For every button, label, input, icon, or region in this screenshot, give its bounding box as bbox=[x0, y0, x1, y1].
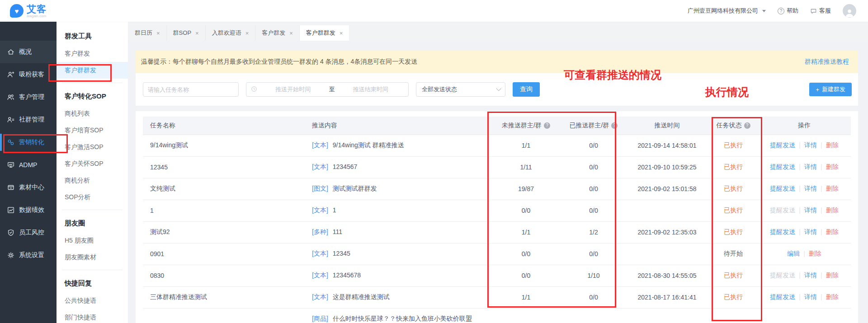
detail-link[interactable]: 详情 bbox=[804, 293, 817, 300]
tab-4[interactable]: 客户群发× bbox=[255, 25, 300, 41]
help-icon[interactable]: ? bbox=[744, 122, 750, 129]
submenu-item[interactable]: 客户培育SOP bbox=[57, 122, 128, 139]
help-icon[interactable]: ? bbox=[544, 122, 550, 129]
sidebar-item-admp[interactable]: ADMP bbox=[0, 154, 57, 176]
remind-send-link[interactable]: 提醒发送 bbox=[770, 163, 795, 170]
search-button[interactable]: 查询 bbox=[513, 82, 540, 97]
delete-link[interactable]: 删除 bbox=[826, 185, 839, 192]
tab-1[interactable]: 群日历× bbox=[128, 25, 167, 41]
action-separator: | bbox=[821, 185, 822, 192]
sidebar-item-material[interactable]: 素材中心 bbox=[0, 176, 57, 199]
close-icon[interactable]: × bbox=[289, 30, 293, 37]
column-header: 操作 bbox=[758, 117, 851, 135]
status-badge: 已执行 bbox=[724, 141, 743, 149]
detail-link[interactable]: 详情 bbox=[804, 228, 817, 235]
submenu-item[interactable]: 商机列表 bbox=[57, 105, 128, 122]
task-name-cell: 0830 bbox=[143, 265, 312, 286]
detail-link[interactable]: 详情 bbox=[804, 163, 817, 170]
send-status-select[interactable]: 全部发送状态 bbox=[416, 82, 505, 97]
company-dropdown[interactable]: 广州壹豆网络科技有限公司 bbox=[688, 7, 766, 15]
content-type-tag: [图文] bbox=[312, 185, 328, 192]
push-content-cell: [文本]1 bbox=[312, 200, 490, 221]
unpushed-count-cell: 1/1 bbox=[490, 135, 562, 156]
edit-link[interactable]: 编辑 bbox=[787, 250, 800, 257]
plus-icon: + bbox=[816, 86, 819, 93]
help-icon[interactable]: ? bbox=[611, 122, 618, 129]
tab-3[interactable]: 入群欢迎语× bbox=[206, 25, 256, 41]
logo-text: 艾客 bbox=[27, 4, 47, 14]
sidebar-item-data[interactable]: 数据绩效 bbox=[0, 199, 57, 221]
data-icon bbox=[7, 206, 15, 214]
sidebar-item-community[interactable]: 社群管理 bbox=[0, 108, 57, 131]
sidebar-item-label: 系统设置 bbox=[19, 251, 44, 259]
submenu-item[interactable]: 客户激活SOP bbox=[57, 139, 128, 155]
settings-icon bbox=[7, 251, 15, 259]
user-avatar[interactable] bbox=[843, 4, 856, 18]
sidebar-item-settings[interactable]: 系统设置 bbox=[0, 244, 57, 267]
task-name-input[interactable] bbox=[143, 82, 239, 97]
tab-2[interactable]: 群SOP× bbox=[167, 25, 206, 41]
tab-5[interactable]: 客户群群发× bbox=[300, 25, 349, 41]
table-row: 9/14wing测试[文本]9/14wing测试 群精准推送1/10/02021… bbox=[143, 135, 851, 156]
acquire-icon bbox=[7, 70, 15, 79]
remind-send-link[interactable]: 提醒发送 bbox=[770, 141, 795, 149]
remind-send-link[interactable]: 提醒发送 bbox=[770, 293, 795, 300]
chat-bubble-icon bbox=[810, 8, 817, 14]
submenu-item[interactable]: SOP分析 bbox=[57, 189, 128, 206]
submenu-item[interactable]: 朋友圈素材 bbox=[57, 249, 128, 266]
sidebar-item-marketing[interactable]: 营销转化 bbox=[0, 131, 57, 154]
content-text: 9/14wing测试 群精准推送 bbox=[333, 141, 404, 149]
push-time-cell bbox=[625, 200, 709, 221]
admp-icon bbox=[7, 161, 15, 169]
sidebar-item-acquire[interactable]: 吸粉获客 bbox=[0, 63, 57, 86]
delete-link[interactable]: 删除 bbox=[826, 141, 839, 149]
delete-link[interactable]: 删除 bbox=[809, 250, 821, 257]
tutorial-link[interactable]: 群精准推送教程 bbox=[805, 58, 849, 66]
close-icon[interactable]: × bbox=[195, 30, 199, 37]
action-separator: | bbox=[799, 272, 801, 279]
task-status-cell bbox=[709, 308, 758, 323]
submenu-item[interactable]: H5 朋友圈 bbox=[57, 232, 128, 249]
help-button[interactable]: ? 帮助 bbox=[778, 7, 798, 15]
close-icon[interactable]: × bbox=[340, 30, 343, 37]
delete-link[interactable]: 删除 bbox=[826, 228, 839, 235]
detail-link[interactable]: 详情 bbox=[804, 185, 817, 192]
remind-send-link[interactable]: 提醒发送 bbox=[770, 228, 795, 235]
date-range-picker[interactable]: 推送开始时间 至 推送结束时间 bbox=[246, 82, 409, 97]
table-row: 文纯测试[图文]测试测试群群发19/870/02021-09-02 15:01:… bbox=[143, 178, 851, 200]
submenu-item[interactable]: 客户群群发 bbox=[57, 62, 128, 79]
delete-link[interactable]: 删除 bbox=[826, 272, 839, 279]
sidebar-item-customer[interactable]: 客户管理 bbox=[0, 86, 57, 108]
unpushed-count-cell: 0/0 bbox=[490, 243, 562, 265]
marketing-icon bbox=[7, 138, 15, 146]
service-button[interactable]: 客服 bbox=[810, 7, 831, 15]
sidebar-item-risk[interactable]: 员工风控 bbox=[0, 221, 57, 244]
delete-link[interactable]: 删除 bbox=[826, 206, 839, 214]
close-icon[interactable]: × bbox=[245, 30, 249, 37]
submenu-item[interactable]: 部门快捷语 bbox=[57, 309, 128, 323]
create-group-send-button[interactable]: + 新建群发 bbox=[809, 83, 852, 96]
submenu-item[interactable]: 客户关怀SOP bbox=[57, 155, 128, 172]
action-separator: | bbox=[821, 206, 822, 214]
status-badge: 已执行 bbox=[724, 228, 743, 235]
tab-label: 入群欢迎语 bbox=[212, 29, 241, 37]
delete-link[interactable]: 删除 bbox=[826, 163, 839, 170]
remind-send-link[interactable]: 提醒发送 bbox=[770, 185, 795, 192]
push-content-cell: [文本]12345678 bbox=[312, 265, 490, 286]
content-type-tag: [文本] bbox=[312, 272, 328, 279]
delete-link[interactable]: 删除 bbox=[826, 293, 839, 300]
submenu-item[interactable]: 公共快捷语 bbox=[57, 292, 128, 309]
close-icon[interactable]: × bbox=[156, 30, 160, 37]
submenu-item[interactable]: 客户群发 bbox=[57, 45, 128, 62]
task-name-cell: 测试92 bbox=[143, 221, 312, 243]
sidebar-item-overview[interactable]: 概况 bbox=[0, 41, 57, 63]
detail-link[interactable]: 详情 bbox=[804, 206, 817, 214]
tab-label: 客户群群发 bbox=[306, 29, 335, 37]
detail-link[interactable]: 详情 bbox=[804, 272, 817, 279]
table-row: 0901[文本]123450/00/0待开始编辑|删除 bbox=[143, 243, 851, 265]
content-text: 1 bbox=[333, 206, 336, 214]
content-text: 这是群精准推送测试 bbox=[333, 293, 390, 300]
detail-link[interactable]: 详情 bbox=[804, 141, 817, 149]
submenu-item[interactable]: 商机分析 bbox=[57, 172, 128, 189]
sidebar-item-label: 数据绩效 bbox=[19, 206, 44, 214]
